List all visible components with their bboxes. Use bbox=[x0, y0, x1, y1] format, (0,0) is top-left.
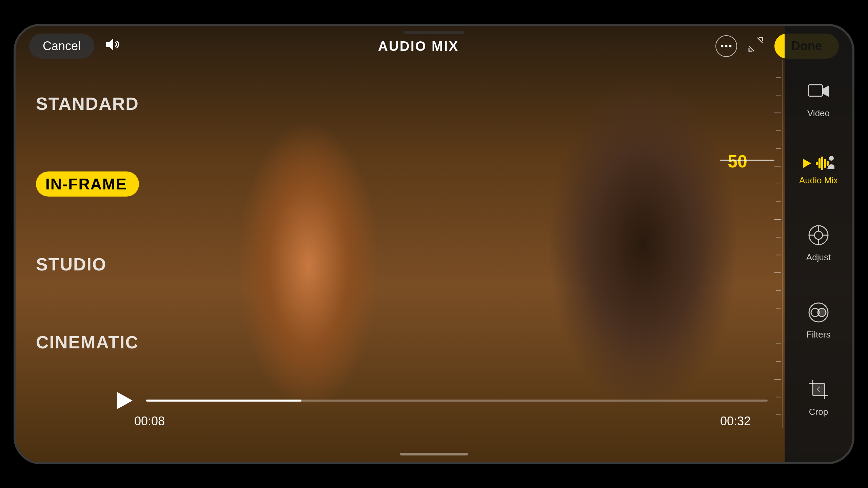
audio-mix-icon-row bbox=[803, 155, 834, 172]
bottom-notch bbox=[400, 453, 468, 455]
svg-point-36 bbox=[814, 231, 823, 239]
level-value: 50 bbox=[728, 151, 747, 171]
crop-icon bbox=[805, 376, 832, 403]
audio-mix-label: Audio Mix bbox=[799, 175, 838, 186]
svg-rect-31 bbox=[821, 157, 823, 170]
cinematic-mode-label[interactable]: CINEMATIC bbox=[36, 332, 139, 352]
play-button[interactable] bbox=[117, 392, 133, 409]
mode-labels: STANDARD IN-FRAME STUDIO CINEMATIC bbox=[36, 94, 139, 352]
svg-point-34 bbox=[829, 156, 834, 161]
top-notch bbox=[403, 31, 465, 34]
svg-rect-27 bbox=[808, 85, 823, 96]
progress-fill bbox=[146, 400, 301, 402]
svg-point-2 bbox=[725, 45, 728, 47]
more-options-button[interactable] bbox=[715, 35, 737, 57]
svg-point-43 bbox=[818, 308, 826, 317]
svg-point-3 bbox=[729, 45, 732, 47]
svg-point-1 bbox=[721, 45, 724, 47]
progress-bar[interactable] bbox=[146, 400, 768, 402]
svg-marker-0 bbox=[106, 38, 113, 50]
total-time: 00:32 bbox=[720, 414, 751, 428]
play-triangle-icon bbox=[803, 159, 811, 168]
filters-label: Filters bbox=[807, 329, 831, 340]
svg-rect-32 bbox=[824, 159, 826, 168]
sidebar-item-adjust[interactable]: Adjust bbox=[805, 222, 832, 263]
adjust-label: Adjust bbox=[806, 252, 831, 263]
svg-rect-48 bbox=[813, 384, 825, 395]
standard-mode-label[interactable]: STANDARD bbox=[36, 94, 139, 114]
svg-line-4 bbox=[757, 38, 763, 43]
current-time: 00:08 bbox=[134, 414, 165, 428]
shrink-icon[interactable] bbox=[747, 36, 764, 56]
playback-bar: 00:08 00:32 bbox=[117, 392, 768, 428]
svg-rect-29 bbox=[816, 162, 818, 165]
sidebar-item-crop[interactable]: Crop bbox=[805, 376, 832, 417]
cancel-button[interactable]: Cancel bbox=[29, 34, 94, 59]
playback-controls bbox=[117, 392, 768, 409]
studio-mode-label[interactable]: STUDIO bbox=[36, 254, 139, 274]
svg-rect-33 bbox=[827, 161, 829, 166]
right-sidebar: Video Audio Mix bbox=[785, 26, 852, 462]
sidebar-item-video[interactable]: Video bbox=[805, 78, 832, 119]
volume-icon[interactable] bbox=[104, 38, 121, 55]
level-ticks bbox=[768, 60, 781, 415]
device-frame: Cancel AUDIO MIX bbox=[14, 24, 854, 464]
video-camera-icon bbox=[805, 78, 832, 105]
vertical-divider bbox=[782, 60, 783, 428]
crop-label: Crop bbox=[809, 407, 828, 417]
time-row: 00:08 00:32 bbox=[117, 414, 768, 428]
svg-marker-28 bbox=[823, 85, 829, 97]
adjust-icon bbox=[805, 222, 832, 249]
filters-icon bbox=[805, 299, 832, 326]
video-label: Video bbox=[807, 108, 830, 119]
level-slider[interactable] bbox=[720, 160, 774, 161]
svg-rect-30 bbox=[818, 158, 821, 168]
sidebar-item-filters[interactable]: Filters bbox=[805, 299, 832, 340]
svg-line-5 bbox=[749, 46, 754, 51]
in-frame-mode-label[interactable]: IN-FRAME bbox=[36, 171, 139, 197]
sidebar-item-audio-mix[interactable]: Audio Mix bbox=[799, 155, 838, 186]
waveform-icon bbox=[816, 155, 834, 172]
audio-mix-title: AUDIO MIX bbox=[121, 39, 715, 54]
